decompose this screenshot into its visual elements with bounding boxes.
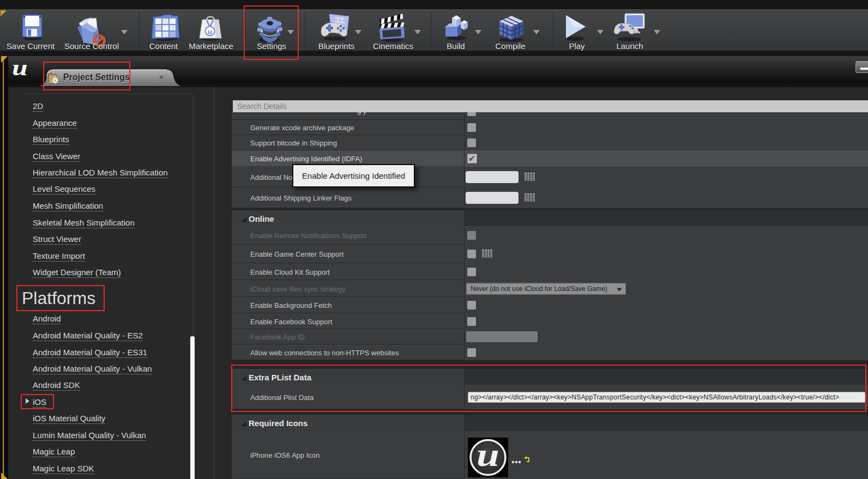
svg-text:u: u [12,59,28,78]
svg-text:u: u [477,438,499,473]
svg-text:u: u [208,27,212,36]
